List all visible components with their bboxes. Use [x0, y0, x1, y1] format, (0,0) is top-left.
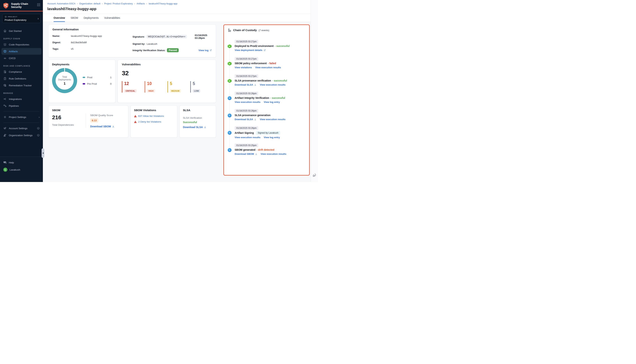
timeline-event-slsa-verification: ∞ 01/16/2025 03:27pm SLSA provenance ver…	[228, 74, 306, 88]
sbom-total-dependencies: 216	[52, 114, 86, 120]
sidebar-item-code-repositories[interactable]: Code Repositories	[2, 41, 42, 48]
sidebar-collapse-handle[interactable]	[42, 148, 44, 158]
sidebar-footer: ? Help L Lavakush	[0, 156, 43, 182]
breadcrumb-artifact-name[interactable]: lavakush07/easy-buggy-app	[148, 2, 177, 5]
sidebar-item-rule-definitions[interactable]: Rule Definitions	[2, 75, 42, 82]
sidebar-item-help[interactable]: ? Help	[2, 159, 42, 166]
view-execution-results-link[interactable]: View execution results	[260, 118, 286, 121]
chevron-left-icon	[42, 152, 44, 154]
sidebar-item-pipelines[interactable]: Pipelines	[2, 102, 42, 109]
supply-chain-security-logo-icon	[2, 2, 9, 9]
breadcrumb-account[interactable]: Account: Automation-SSCA	[47, 2, 76, 5]
signed-by-value: Lavakush	[147, 42, 157, 45]
integrity-status-label: Integrity Verification Status:	[132, 49, 166, 52]
signature-timestamp: 01/16/2025 03:26pm	[195, 34, 212, 40]
breadcrumb-project[interactable]: Project: Product Exploratory	[104, 2, 133, 5]
deny-list-violations-link[interactable]: 2 Deny list Violations	[138, 120, 161, 123]
sidebar-item-remediation-tracker[interactable]: Remediation Tracker	[2, 82, 42, 89]
tab-deployments[interactable]: Deployments	[84, 14, 99, 22]
view-execution-results-link[interactable]: View execution results	[260, 152, 286, 155]
breadcrumb-organization[interactable]: Organization: default	[79, 2, 100, 5]
chevron-right-icon: ›	[77, 2, 78, 5]
event-title: Artifact Integrity Verification	[235, 96, 269, 99]
download-sbom-link[interactable]: Download SBOM	[235, 152, 257, 155]
layers-gear-icon	[3, 126, 6, 130]
app-grid-icon[interactable]	[37, 3, 40, 6]
help-chat-icon: ?	[3, 161, 6, 164]
cube-wrench-icon	[3, 84, 6, 87]
sidebar-user-menu[interactable]: L Lavakush	[2, 166, 42, 173]
sidebar-item-label: Artifacts	[9, 50, 18, 53]
policy-link-icon: ∞	[228, 62, 232, 66]
chevron-right-icon: ›	[39, 116, 40, 118]
event-status: - successful	[275, 44, 290, 48]
sidebar-item-artifacts[interactable]: Artifacts	[2, 48, 42, 55]
slsa-verification-status: Successful	[183, 121, 212, 124]
sidebar-item-get-started[interactable]: Get Started	[2, 28, 42, 34]
tags-value: v5	[71, 48, 74, 50]
view-violations-link[interactable]: View violations	[235, 66, 252, 69]
tab-overview[interactable]: Overview	[54, 14, 65, 22]
support-chat-icon[interactable]	[312, 173, 316, 177]
severity-count: 5	[193, 81, 208, 86]
vulnerabilities-total: 32	[122, 70, 212, 77]
page-header: Account: Automation-SSCA › Organization:…	[43, 0, 311, 14]
view-execution-results-link[interactable]: View execution results	[260, 83, 286, 86]
sidebar-item-project-settings[interactable]: Project Settings ›	[2, 114, 42, 120]
project-selector-label-row: PROJECT	[4, 16, 38, 18]
download-slsa-link[interactable]: Download SLSA	[183, 126, 206, 129]
hierarchy-icon	[228, 28, 231, 32]
view-execution-results-link[interactable]: View execution results	[235, 101, 260, 104]
allow-list-violations-link[interactable]: 637 Allow list Violations	[138, 115, 164, 118]
scan-magnifier-icon	[228, 148, 232, 152]
download-slsa-link[interactable]: Download SLSA	[235, 118, 256, 121]
vulnerabilities-card: Vulnerabilities 32 12 CRITICAL 10 HIGH	[118, 60, 216, 103]
info-icon[interactable]	[37, 127, 40, 130]
view-log-entry-link[interactable]: View log entry	[264, 136, 280, 139]
page-title: lavakush07/easy-buggy-app	[47, 7, 306, 11]
download-slsa-label: Download SLSA	[183, 126, 203, 129]
download-icon	[254, 84, 256, 86]
severity-low: 5 LOW	[190, 81, 208, 92]
view-log-link[interactable]: View log	[198, 49, 212, 52]
clipboard-check-icon	[3, 77, 6, 80]
sidebar-item-account-settings[interactable]: Account Settings	[2, 125, 42, 132]
view-execution-results-link[interactable]: View execution results	[255, 66, 281, 69]
project-selector[interactable]: PROJECT Product Exploratory ›	[2, 14, 41, 23]
event-title: Deployed to Prod2 environment	[235, 44, 274, 48]
event-status: - successful	[270, 96, 285, 99]
sidebar-item-compliance[interactable]: Compliance	[2, 68, 42, 75]
view-deployment-details-link[interactable]: View deployment details	[235, 49, 266, 52]
infinity-icon: ∞	[3, 56, 6, 60]
chain-of-custody-header: Chain of Custody (7 events)	[228, 28, 306, 32]
severity-badge: CRITICAL	[124, 89, 136, 92]
cube-icon	[4, 16, 7, 18]
event-status: - failed	[268, 62, 276, 65]
sidebar-item-label: CI/CD	[9, 57, 16, 60]
general-information-grid: Name: lavakush07/easy-buggy-app Digest: …	[52, 34, 212, 55]
cube-icon	[3, 50, 6, 53]
tab-sbom[interactable]: SBOM	[70, 14, 78, 22]
slsa-verification-label: SLSA Verification	[183, 116, 212, 119]
legend-value: 0	[110, 82, 112, 85]
breadcrumb-artifacts[interactable]: Artifacts	[136, 2, 145, 5]
info-icon[interactable]	[37, 134, 40, 136]
tab-vulnerabilities[interactable]: Vulnerabilities	[104, 14, 120, 22]
event-title: SBOM policy enforcement	[235, 62, 267, 65]
timeline-event-sbom-generated: 01/16/2025 03:25pm SBOM generated - drif…	[228, 144, 306, 157]
scan-magnifier-icon	[228, 131, 232, 135]
sidebar-item-integrations[interactable]: Integrations	[2, 96, 42, 102]
breadcrumb: Account: Automation-SSCA › Organization:…	[47, 2, 306, 6]
sidebar-item-cicd[interactable]: ∞ CI/CD	[2, 55, 42, 62]
warning-triangle-icon	[134, 115, 137, 118]
download-slsa-link[interactable]: Download SLSA	[235, 83, 256, 86]
deployments-donut-chart: Total Deployments 1	[52, 68, 77, 93]
slsa-card: SLSA SLSA Verification Successful Downlo…	[180, 106, 216, 138]
view-execution-results-link[interactable]: View execution results	[235, 136, 260, 139]
download-sbom-link[interactable]: Download SBOM	[90, 125, 114, 128]
sidebar-item-organization-settings[interactable]: Organization Settings	[2, 132, 42, 138]
card-title: SLSA	[183, 108, 212, 112]
sidebar-logo-row: Supply Chain Security	[0, 0, 43, 11]
view-log-entry-link[interactable]: View log entry	[264, 101, 280, 104]
card-title: Vulnerabilities	[122, 63, 212, 66]
